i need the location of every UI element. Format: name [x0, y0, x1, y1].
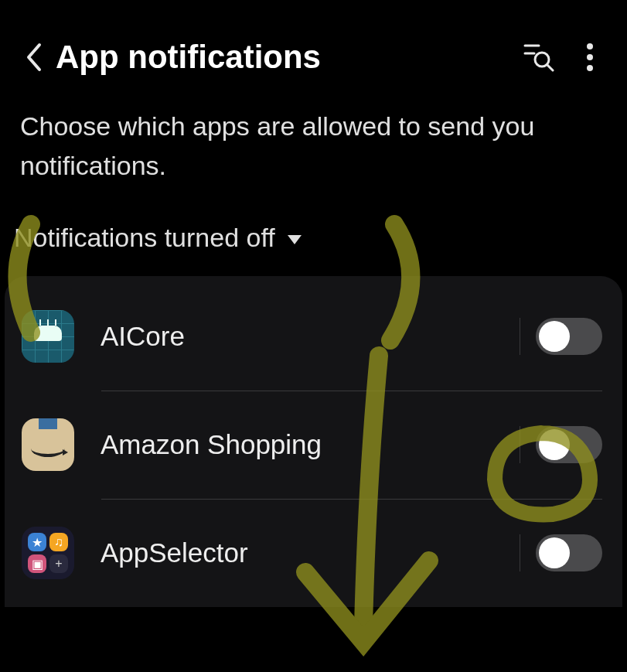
row-divider: [101, 391, 602, 391]
app-icon-amazon: [22, 418, 74, 471]
divider: [520, 534, 520, 571]
row-divider: [101, 499, 602, 500]
app-row-aicore[interactable]: AICore: [5, 282, 622, 391]
chevron-down-icon: [288, 235, 302, 244]
toggle-amazon-shopping[interactable]: [536, 426, 602, 463]
page-title: App notifications: [56, 39, 520, 76]
app-name-label: Amazon Shopping: [101, 429, 493, 460]
filter-dropdown[interactable]: Notifications turned off: [0, 217, 627, 276]
divider: [520, 318, 520, 355]
app-name-label: AICore: [101, 321, 493, 352]
app-name-label: AppSelector: [101, 537, 493, 568]
more-options-button[interactable]: [571, 39, 608, 76]
app-row-amazon-shopping[interactable]: Amazon Shopping: [5, 391, 622, 499]
app-row-appselector[interactable]: ★♫▣+ AppSelector: [5, 499, 622, 607]
search-icon: [523, 43, 554, 72]
toggle-aicore[interactable]: [536, 318, 602, 355]
svg-point-5: [587, 54, 593, 60]
toggle-appselector[interactable]: [536, 534, 602, 571]
back-button[interactable]: [15, 39, 53, 76]
page-description: Choose which apps are allowed to send yo…: [0, 99, 627, 217]
app-list: AICore Amazon Shopping ★♫▣+ AppSelector: [5, 276, 622, 607]
app-icon-appselector: ★♫▣+: [22, 527, 74, 579]
filter-label: Notifications turned off: [14, 223, 275, 253]
chevron-left-icon: [24, 42, 44, 73]
svg-point-4: [587, 43, 593, 49]
divider: [520, 426, 520, 463]
header: App notifications: [0, 0, 627, 99]
svg-line-3: [547, 65, 553, 70]
svg-point-6: [587, 65, 593, 71]
app-icon-aicore: [22, 310, 74, 363]
search-filter-button[interactable]: [520, 39, 557, 76]
more-vertical-icon: [586, 43, 594, 72]
